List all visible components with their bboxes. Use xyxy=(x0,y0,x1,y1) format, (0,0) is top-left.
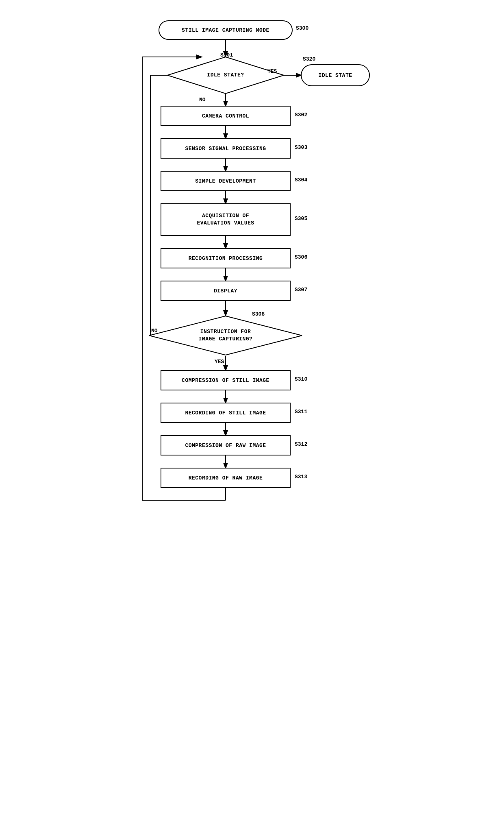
label-no-s301: NO xyxy=(199,97,206,103)
node-s305: ACQUISITION OF EVALUATION VALUES xyxy=(161,203,291,236)
step-s301: S301 xyxy=(220,52,233,58)
node-s312: COMPRESSION OF RAW IMAGE xyxy=(161,435,291,455)
step-s320: S320 xyxy=(303,56,315,62)
node-s313: RECORDING OF RAW IMAGE xyxy=(161,468,291,488)
step-s305: S305 xyxy=(295,216,307,222)
step-s300: S300 xyxy=(296,25,308,31)
node-s304: SIMPLE DEVELOPMENT xyxy=(161,171,291,191)
step-s313: S313 xyxy=(295,474,307,480)
label-yes-s308: YES xyxy=(215,359,224,365)
step-s307: S307 xyxy=(295,287,307,293)
step-s302: S302 xyxy=(295,112,307,118)
node-s311: RECORDING OF STILL IMAGE xyxy=(161,403,291,423)
step-s310: S310 xyxy=(295,376,307,382)
step-s311: S311 xyxy=(295,409,307,415)
node-s308: INSTRUCTION FOR IMAGE CAPTURING? xyxy=(148,315,303,356)
node-s307: DISPLAY xyxy=(161,281,291,301)
node-s300: STILL IMAGE CAPTURING MODE xyxy=(159,20,293,40)
label-yes-s301: YES xyxy=(267,68,277,74)
step-s303: S303 xyxy=(295,144,307,150)
flowchart: STILL IMAGE CAPTURING MODE S300 IDLE STA… xyxy=(126,8,378,822)
label-no-s308: NO xyxy=(151,328,158,334)
node-s301: IDLE STATE? xyxy=(167,56,285,94)
step-s308: S308 xyxy=(252,311,265,317)
step-s312: S312 xyxy=(295,441,307,447)
node-s302: CAMERA CONTROL xyxy=(161,106,291,126)
step-s304: S304 xyxy=(295,177,307,183)
node-s320: IDLE STATE xyxy=(301,64,370,86)
node-s310: COMPRESSION OF STILL IMAGE xyxy=(161,370,291,390)
step-s306: S306 xyxy=(295,254,307,260)
node-s303: SENSOR SIGNAL PROCESSING xyxy=(161,138,291,159)
node-s306: RECOGNITION PROCESSING xyxy=(161,248,291,268)
